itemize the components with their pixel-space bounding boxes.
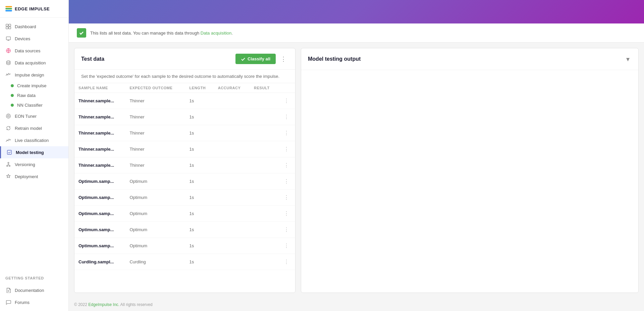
sidebar-item-data-acquisition[interactable]: Data acquisition [0,57,68,69]
table-header: SAMPLE NAME EXPECTED OUTCOME LENGTH ACCU… [74,83,295,93]
data-acquisition-link[interactable]: Data acquisition [201,31,232,36]
svg-point-11 [7,115,9,117]
test-data-table-wrap: SAMPLE NAME EXPECTED OUTCOME LENGTH ACCU… [74,83,295,293]
length-cell: 1s [185,190,214,206]
sidebar-item-nn-classifier[interactable]: NN Classifier [0,100,68,110]
svg-rect-2 [6,27,8,29]
svg-point-15 [8,162,9,164]
sidebar-item-data-sources[interactable]: Data sources [0,45,68,57]
row-more-button[interactable]: ⋮ [282,258,291,266]
info-banner: This lists all test data. You can manage… [69,23,644,43]
footer: © 2022 EdgeImpulse Inc. All rights reser… [69,298,644,311]
expected-outcome-cell: Thinner [125,141,185,157]
sidebar-item-versioning[interactable]: Versioning [0,158,68,170]
table-body: Thinner.sample... Thinner 1s ⋮ Thinner.s… [74,93,295,270]
sidebar-item-model-testing[interactable]: Model testing [0,146,68,158]
accuracy-cell [214,141,250,157]
classify-all-button[interactable]: Classify all [235,54,276,64]
row-actions: ⋮ [278,190,295,206]
devices-icon [5,36,11,42]
col-actions [278,83,295,93]
panel-more-button[interactable]: ⋮ [278,54,288,64]
row-more-button[interactable]: ⋮ [282,129,291,137]
classify-icon [241,57,246,61]
sidebar-item-label: NN Classifier [17,103,43,108]
model-output-dropdown[interactable]: ▾ [624,54,632,64]
row-more-button[interactable]: ⋮ [282,210,291,217]
col-expected-outcome: EXPECTED OUTCOME [125,83,185,93]
row-more-button[interactable]: ⋮ [282,226,291,234]
banner-text-after: . [231,31,233,36]
sidebar-item-forums[interactable]: Forums [0,296,68,308]
row-more-button[interactable]: ⋮ [282,97,291,105]
sidebar-item-devices[interactable]: Devices [0,33,68,45]
sidebar-item-label: Impulse design [15,72,44,77]
sidebar-item-impulse-design[interactable]: Impulse design [0,69,68,81]
accuracy-cell [214,190,250,206]
model-output-header: Model testing output ▾ [301,48,638,70]
company-link[interactable]: EdgeImpulse Inc. [88,302,119,307]
result-cell [250,238,278,254]
sidebar-item-label: Data sources [15,48,41,53]
row-actions: ⋮ [278,222,295,238]
row-more-button[interactable]: ⋮ [282,161,291,169]
length-cell: 1s [185,93,214,109]
sample-name-cell: Curdling.sampl... [74,254,125,270]
expected-outcome-cell: Thinner [125,109,185,125]
sidebar-item-documentation[interactable]: Documentation [0,284,68,296]
expected-outcome-cell: Thinner [125,157,185,173]
deployment-icon [5,173,11,179]
logo: EDGE IMPULSE [0,0,68,18]
row-actions: ⋮ [278,141,295,157]
row-more-button[interactable]: ⋮ [282,242,291,250]
sample-name-cell: Thinner.sample... [74,93,125,109]
copyright: © 2022 [74,302,87,307]
sidebar-item-deployment[interactable]: Deployment [0,170,68,183]
result-cell [250,173,278,190]
col-sample-name: SAMPLE NAME [74,83,125,93]
length-cell: 1s [185,157,214,173]
col-accuracy: ACCURACY [214,83,250,93]
data-acquisition-icon [5,60,11,66]
versioning-icon [5,161,11,167]
sidebar-item-eon-tuner[interactable]: EON Tuner [0,110,68,122]
sidebar-item-raw-data[interactable]: Raw data [0,91,68,100]
row-actions: ⋮ [278,157,295,173]
length-cell: 1s [185,173,214,190]
sidebar-item-create-impulse[interactable]: Create impulse [0,81,68,91]
svg-line-18 [8,165,10,165]
accuracy-cell [214,93,250,109]
row-more-button[interactable]: ⋮ [282,145,291,153]
panel-header: Test data Classify all ⋮ [74,48,295,70]
sample-name-cell: Optimum.samp... [74,222,125,238]
row-more-button[interactable]: ⋮ [282,113,291,121]
sidebar-item-retrain-model[interactable]: Retrain model [0,122,68,134]
svg-point-14 [9,165,10,167]
docs-icon [5,287,11,293]
sidebar-item-label: Forums [15,300,30,305]
data-sources-icon [5,48,11,54]
logo-text: EDGE IMPULSE [15,6,50,11]
row-more-button[interactable]: ⋮ [282,177,291,185]
length-cell: 1s [185,109,214,125]
result-cell [250,206,278,222]
sidebar-item-label: Documentation [15,288,44,293]
sidebar-item-label: Data acquisition [15,60,46,65]
row-actions: ⋮ [278,206,295,222]
eon-icon [5,113,11,119]
accuracy-cell [214,157,250,173]
table-row: Optimum.samp... Optimum 1s ⋮ [74,222,295,238]
expected-outcome-cell: Thinner [125,93,185,109]
table-row: Thinner.sample... Thinner 1s ⋮ [74,141,295,157]
row-actions: ⋮ [278,93,295,109]
sidebar-item-dashboard[interactable]: Dashboard [0,20,68,33]
table-row: Optimum.samp... Optimum 1s ⋮ [74,206,295,222]
expected-outcome-cell: Thinner [125,125,185,141]
model-output-title: Model testing output [308,56,361,62]
row-more-button[interactable]: ⋮ [282,194,291,201]
table-row: Thinner.sample... Thinner 1s ⋮ [74,125,295,141]
accuracy-cell [214,109,250,125]
col-result: RESULT [250,83,278,93]
sidebar-item-live-classification[interactable]: Live classification [0,134,68,146]
sidebar-item-label: EON Tuner [15,114,37,119]
